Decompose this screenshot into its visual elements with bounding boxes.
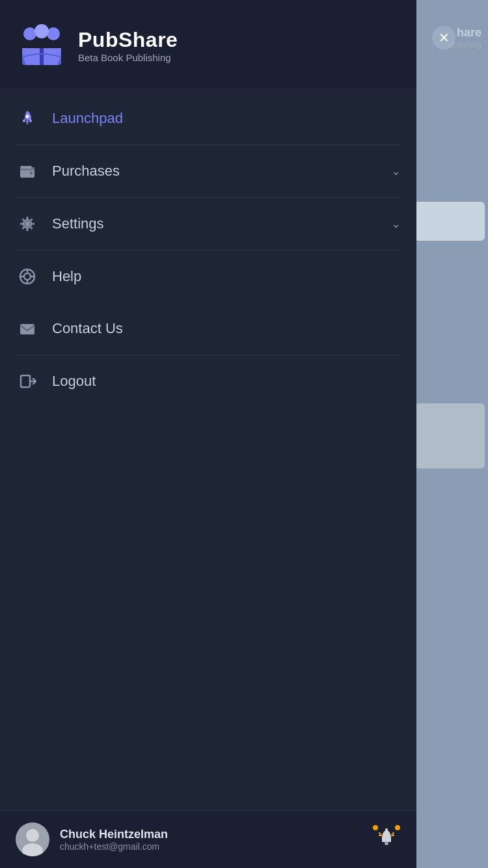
svg-point-5	[26, 115, 29, 118]
svg-rect-27	[21, 375, 30, 387]
app-subtitle: Beta Book Publishing	[78, 52, 178, 63]
settings-chevron-icon: ⌄	[391, 217, 401, 231]
sidebar-item-settings-label: Settings	[52, 215, 378, 232]
svg-point-2	[34, 24, 49, 38]
sidebar-item-purchases[interactable]: Purchases ⌄	[0, 145, 416, 197]
sidebar-footer: Chuck Heintzelman chuckh+test@gmail.com	[0, 810, 416, 868]
svg-rect-12	[27, 217, 29, 219]
lifebuoy-icon	[16, 265, 39, 288]
bg-content: hare ublishing	[410, 0, 488, 868]
sidebar-item-launchpad[interactable]: Launchpad	[0, 92, 416, 144]
svg-rect-4	[40, 48, 44, 65]
sidebar-header: PubShare Beta Book Publishing	[0, 0, 416, 87]
rocket-icon	[16, 107, 39, 130]
svg-point-29	[26, 829, 39, 842]
header-text: PubShare Beta Book Publishing	[78, 28, 178, 63]
svg-point-1	[47, 27, 60, 40]
svg-rect-8	[20, 166, 32, 169]
sidebar-item-help-label: Help	[52, 268, 401, 285]
nav-section: Launchpad Purchases ⌄	[0, 87, 416, 810]
bg-search-box	[414, 202, 485, 241]
avatar	[16, 822, 49, 856]
sidebar-item-contact[interactable]: Contact Us	[0, 303, 416, 355]
svg-rect-13	[27, 228, 29, 231]
svg-rect-26	[20, 324, 34, 334]
purchases-chevron-icon: ⌄	[391, 164, 401, 178]
bg-gray-box	[414, 403, 485, 468]
sidebar: PubShare Beta Book Publishing Launchpad	[0, 0, 416, 868]
user-name: Chuck Heintzelman	[60, 828, 362, 841]
svg-line-33	[379, 833, 381, 834]
sidebar-item-contact-label: Contact Us	[52, 320, 401, 337]
bell-dot-left	[373, 825, 378, 830]
close-button[interactable]: ✕	[432, 26, 455, 49]
user-email: chuckh+test@gmail.com	[60, 841, 362, 852]
sidebar-item-logout-label: Logout	[52, 373, 401, 390]
svg-rect-15	[32, 223, 34, 225]
sidebar-item-settings[interactable]: Settings ⌄	[0, 198, 416, 250]
app-logo	[16, 20, 68, 72]
wallet-icon	[16, 159, 39, 183]
user-info: Chuck Heintzelman chuckh+test@gmail.com	[60, 828, 362, 852]
sidebar-item-help[interactable]: Help	[0, 251, 416, 303]
notification-bell[interactable]	[372, 825, 401, 854]
svg-point-9	[30, 172, 33, 174]
svg-rect-14	[20, 223, 23, 225]
sidebar-item-launchpad-label: Launchpad	[52, 110, 401, 127]
svg-point-0	[23, 27, 36, 40]
svg-point-10	[25, 221, 30, 226]
svg-point-32	[385, 828, 388, 831]
envelope-icon	[16, 317, 39, 340]
logout-icon	[16, 370, 39, 393]
svg-point-21	[24, 273, 31, 280]
bell-dot-right	[395, 825, 400, 830]
sidebar-item-logout[interactable]: Logout	[0, 355, 416, 407]
app-title: PubShare	[78, 28, 178, 52]
gear-icon	[16, 212, 39, 236]
bell-icon	[377, 828, 396, 852]
svg-point-31	[385, 841, 388, 845]
svg-line-35	[392, 833, 394, 834]
sidebar-item-purchases-label: Purchases	[52, 163, 378, 180]
